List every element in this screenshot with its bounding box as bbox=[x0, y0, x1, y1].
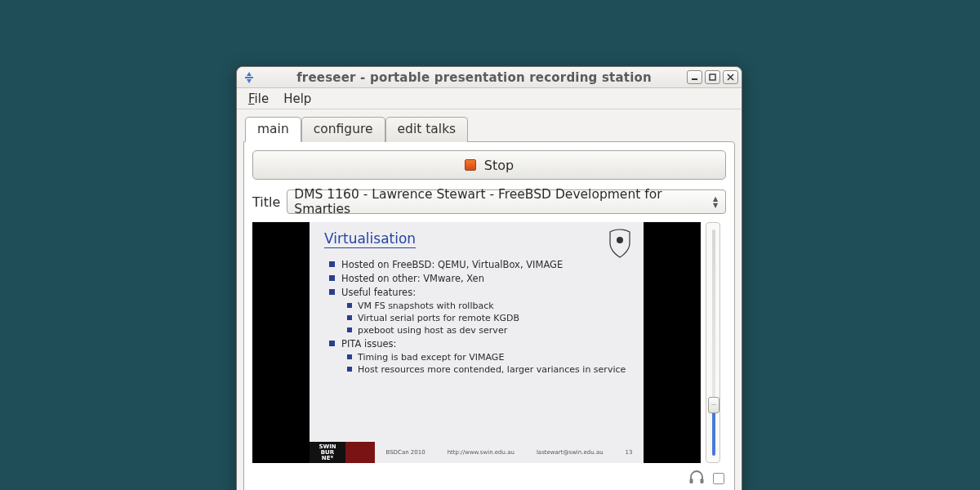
spinner-icon: ▲▼ bbox=[709, 193, 722, 212]
swinburne-logo: SWINBURNE* bbox=[310, 442, 345, 463]
sub-bullet: pxeboot using host as dev server bbox=[347, 325, 629, 336]
maximize-button[interactable] bbox=[705, 70, 720, 84]
bullet: Hosted on FreeBSD: QEMU, VirtualBox, VIM… bbox=[329, 259, 629, 270]
headphones-icon bbox=[688, 470, 705, 488]
slide-heading: Virtualisation bbox=[324, 230, 416, 248]
window-title: freeseer - portable presentation recordi… bbox=[261, 70, 687, 85]
crest-icon bbox=[608, 229, 632, 258]
tab-bar: main configure edit talks bbox=[237, 109, 742, 141]
stop-button[interactable]: Stop bbox=[252, 150, 726, 180]
stop-label: Stop bbox=[484, 158, 514, 173]
footer-page: 13 bbox=[626, 449, 633, 456]
slide-content: Virtualisation Hosted on FreeBSD: QEMU, … bbox=[310, 222, 644, 463]
bullet: Useful features: bbox=[329, 287, 629, 298]
title-label: Title bbox=[252, 194, 280, 210]
footer-email: lastewart@swin.edu.au bbox=[537, 449, 604, 456]
close-button[interactable] bbox=[723, 70, 738, 84]
menu-file[interactable]: File bbox=[242, 90, 275, 108]
sub-bullet: VM FS snapshots with rollback bbox=[347, 301, 629, 311]
slide-footer: SWINBURNE* BSDCan 2010 http://www.swin.e… bbox=[310, 442, 644, 463]
tab-edit-talks[interactable]: edit talks bbox=[385, 117, 469, 142]
sub-bullet: Host resources more contended, larger va… bbox=[347, 364, 629, 375]
menu-help[interactable]: Help bbox=[277, 90, 318, 108]
app-icon bbox=[242, 70, 256, 85]
footer-url: http://www.swin.edu.au bbox=[448, 449, 514, 456]
video-preview: Virtualisation Hosted on FreeBSD: QEMU, … bbox=[252, 222, 701, 463]
menubar: File Help bbox=[237, 88, 742, 109]
slider-thumb[interactable] bbox=[708, 397, 719, 413]
tab-main[interactable]: main bbox=[245, 117, 301, 142]
sub-bullet: Timing is bad except for VIMAGE bbox=[347, 352, 629, 363]
title-select[interactable]: DMS 1160 - Lawrence Stewart - FreeBSD De… bbox=[287, 189, 726, 214]
svg-rect-3 bbox=[690, 479, 693, 483]
titlebar: freeseer - portable presentation recordi… bbox=[237, 67, 742, 88]
svg-point-2 bbox=[617, 237, 623, 243]
red-block bbox=[345, 442, 375, 463]
minimize-button[interactable] bbox=[687, 70, 702, 84]
bullet: Hosted on other: VMware, Xen bbox=[329, 273, 629, 284]
title-value: DMS 1160 - Lawrence Stewart - FreeBSD De… bbox=[294, 187, 719, 216]
bullet: PITA issues: bbox=[329, 338, 629, 350]
stop-icon bbox=[465, 159, 476, 171]
app-window: freeseer - portable presentation recordi… bbox=[236, 66, 742, 490]
main-panel: Stop Title DMS 1160 - Lawrence Stewart -… bbox=[243, 141, 735, 490]
svg-rect-0 bbox=[692, 78, 697, 80]
sub-bullet: Virtual serial ports for remote KGDB bbox=[347, 313, 629, 323]
svg-rect-4 bbox=[701, 479, 704, 483]
slider-fill bbox=[712, 407, 715, 456]
tab-configure[interactable]: configure bbox=[301, 117, 385, 142]
monitor-checkbox[interactable] bbox=[713, 473, 724, 484]
volume-slider[interactable] bbox=[706, 222, 720, 463]
svg-rect-1 bbox=[710, 74, 715, 80]
footer-conf: BSDCan 2010 bbox=[385, 449, 425, 456]
